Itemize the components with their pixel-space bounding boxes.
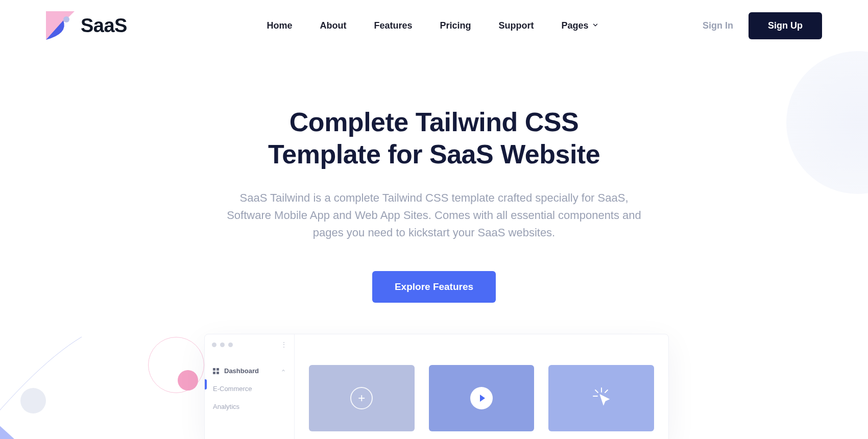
nav-about[interactable]: About: [320, 20, 346, 31]
mock-dashboard-preview: ⋮ Dashboard E-Commerce Analytics: [204, 334, 669, 439]
mock-card-add: +: [309, 365, 415, 431]
mock-card-cursor: [548, 365, 654, 431]
svg-rect-3: [216, 368, 219, 371]
svg-rect-5: [216, 372, 219, 374]
svg-rect-4: [213, 372, 215, 374]
explore-features-button[interactable]: Explore Features: [372, 271, 496, 303]
traffic-lights-icon: [212, 343, 233, 347]
mock-window-controls: ⋮: [205, 334, 294, 354]
hero-title-line2: Template for SaaS Website: [268, 139, 600, 169]
hero-section: Complete Tailwind CSS Template for SaaS …: [0, 40, 868, 303]
hero-title-line1: Complete Tailwind CSS: [290, 107, 578, 137]
auth-actions: Sign In Sign Up: [703, 12, 822, 39]
mock-sidebar-item-dashboard: Dashboard: [213, 367, 286, 375]
logo-text: SaaS: [81, 15, 127, 37]
sign-in-link[interactable]: Sign In: [703, 20, 733, 31]
mock-sidebar-item-analytics: Analytics: [213, 403, 286, 410]
mock-sidebar-label: E-Commerce: [213, 385, 252, 393]
nav-pages[interactable]: Pages: [561, 20, 598, 31]
svg-point-1: [63, 16, 69, 22]
mock-sidebar-label: Analytics: [213, 403, 239, 410]
svg-line-9: [605, 390, 608, 393]
mock-sidebar-item-ecommerce: E-Commerce: [213, 385, 286, 393]
sign-up-button[interactable]: Sign Up: [749, 12, 822, 39]
play-circle-icon: [470, 387, 493, 409]
mock-active-indicator: [205, 379, 207, 389]
decorative-swoosh-left: [0, 306, 153, 439]
header: SaaS Home About Features Pricing Support…: [0, 0, 868, 40]
nav-pricing[interactable]: Pricing: [440, 20, 471, 31]
grid-icon: [213, 368, 219, 374]
cursor-click-icon: [591, 387, 612, 409]
svg-line-8: [595, 390, 598, 393]
svg-rect-2: [213, 368, 215, 371]
nav-features[interactable]: Features: [374, 20, 412, 31]
nav-home[interactable]: Home: [267, 20, 292, 31]
mock-card-play: [429, 365, 535, 431]
plus-circle-icon: +: [350, 387, 373, 409]
decorative-dot-pink: [178, 370, 198, 391]
nav-pages-label: Pages: [561, 20, 588, 31]
logo[interactable]: SaaS: [46, 11, 127, 40]
nav-support[interactable]: Support: [498, 20, 534, 31]
mock-sidebar: ⋮ Dashboard E-Commerce Analytics: [205, 334, 295, 439]
hero-subtitle: SaaS Tailwind is a complete Tailwind CSS…: [222, 189, 646, 241]
chevron-up-icon: [281, 367, 286, 375]
primary-nav: Home About Features Pricing Support Page…: [267, 20, 598, 31]
mock-main-area: +: [295, 334, 668, 439]
hero-title: Complete Tailwind CSS Template for SaaS …: [0, 106, 868, 171]
kebab-menu-icon: ⋮: [280, 340, 287, 349]
chevron-down-icon: [592, 20, 599, 31]
mock-sidebar-label: Dashboard: [224, 367, 259, 375]
logo-icon: [46, 11, 75, 40]
mock-sidebar-list: Dashboard E-Commerce Analytics: [205, 354, 294, 410]
